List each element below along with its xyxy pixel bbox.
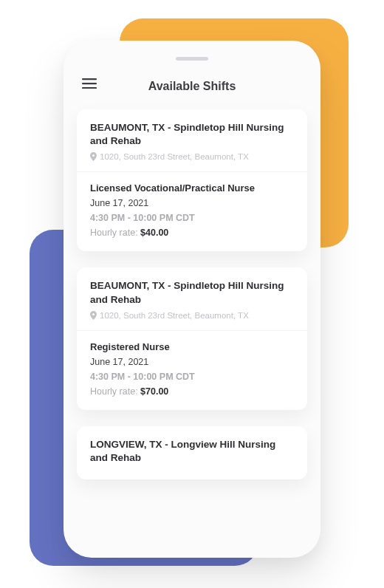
- rate-label: Hourly rate:: [90, 228, 140, 238]
- shift-card[interactable]: LONGVIEW, TX - Longview Hill Nursing and…: [77, 426, 307, 479]
- location-pin-icon: [90, 311, 97, 320]
- svg-rect-0: [82, 78, 97, 80]
- hamburger-icon: [82, 78, 97, 89]
- svg-rect-1: [82, 83, 97, 84]
- facility-name: BEAUMONT, TX - Spindletop Hill Nursing a…: [90, 279, 294, 306]
- facility-address: 1020, South 23rd Street, Beaumont, TX: [100, 152, 249, 161]
- shift-card[interactable]: BEAUMONT, TX - Spindletop Hill Nursing a…: [77, 109, 307, 251]
- shift-rate-row: Hourly rate: $40.00: [90, 228, 294, 238]
- svg-rect-2: [82, 87, 97, 89]
- app-header: Available Shifts: [64, 74, 320, 99]
- phone-speaker: [176, 57, 208, 61]
- shift-card-header: LONGVIEW, TX - Longview Hill Nursing and…: [77, 426, 307, 479]
- facility-address-row: 1020, South 23rd Street, Beaumont, TX: [90, 152, 294, 161]
- rate-value: $40.00: [140, 228, 168, 238]
- shift-time: 4:30 PM - 10:00 PM CDT: [90, 372, 294, 382]
- location-pin-icon: [90, 152, 97, 161]
- facility-address-row: 1020, South 23rd Street, Beaumont, TX: [90, 311, 294, 320]
- shift-role: Licensed Vocational/Practical Nurse: [90, 182, 294, 194]
- shift-card-header: BEAUMONT, TX - Spindletop Hill Nursing a…: [77, 109, 307, 172]
- shift-time: 4:30 PM - 10:00 PM CDT: [90, 213, 294, 223]
- facility-name: LONGVIEW, TX - Longview Hill Nursing and…: [90, 438, 294, 465]
- shift-rate-row: Hourly rate: $70.00: [90, 386, 294, 397]
- facility-name: BEAUMONT, TX - Spindletop Hill Nursing a…: [90, 121, 294, 148]
- shift-card-body: Licensed Vocational/Practical Nurse June…: [77, 172, 307, 251]
- menu-button[interactable]: [81, 75, 97, 92]
- shift-list: BEAUMONT, TX - Spindletop Hill Nursing a…: [64, 99, 320, 479]
- shift-card[interactable]: BEAUMONT, TX - Spindletop Hill Nursing a…: [77, 267, 307, 409]
- phone-frame: Available Shifts BEAUMONT, TX - Spindlet…: [64, 41, 320, 558]
- facility-address: 1020, South 23rd Street, Beaumont, TX: [100, 311, 249, 320]
- shift-card-header: BEAUMONT, TX - Spindletop Hill Nursing a…: [77, 267, 307, 330]
- rate-label: Hourly rate:: [90, 386, 140, 397]
- shift-role: Registered Nurse: [90, 341, 294, 352]
- shift-date: June 17, 2021: [90, 198, 294, 208]
- page-title: Available Shifts: [148, 80, 236, 93]
- shift-date: June 17, 2021: [90, 357, 294, 367]
- rate-value: $70.00: [140, 386, 168, 397]
- shift-card-body: Registered Nurse June 17, 2021 4:30 PM -…: [77, 331, 307, 410]
